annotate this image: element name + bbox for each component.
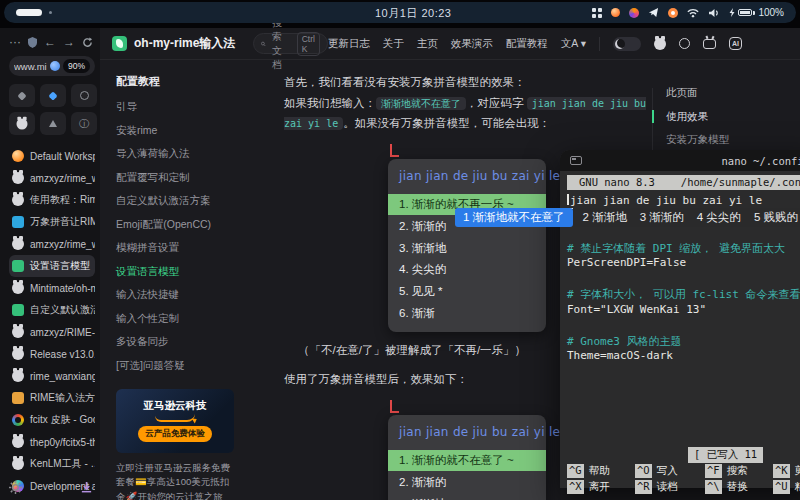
reload-icon[interactable] bbox=[82, 37, 93, 48]
site-logo-icon[interactable] bbox=[112, 36, 127, 51]
tab-item[interactable]: thep0y/fcitx5-th… bbox=[9, 431, 95, 453]
sidebar-item-emoji[interactable]: Emoji配置(OpenCC) bbox=[116, 218, 246, 232]
nav-about[interactable]: 关于 bbox=[383, 37, 404, 51]
sidebar-item-hotkeys[interactable]: 输入法快捷键 bbox=[116, 288, 246, 302]
tab-item[interactable]: fcitx 皮肤 - Goog… bbox=[9, 409, 95, 431]
sidebar-item-guide[interactable]: 引导 bbox=[116, 100, 246, 114]
ad-banner[interactable]: 亚马逊云科技 云产品免费体验 bbox=[116, 389, 234, 453]
forward-icon[interactable]: → bbox=[63, 35, 75, 49]
tab-item[interactable]: KenLM工具 - … bbox=[9, 453, 95, 475]
url-bar[interactable]: www.mi 90% bbox=[9, 56, 95, 76]
sidebar-item-sync[interactable]: 多设备同步 bbox=[116, 335, 246, 349]
firefox-tray-icon[interactable] bbox=[629, 8, 639, 18]
sidebar-item-custom[interactable]: 输入个性定制 bbox=[116, 312, 246, 326]
tab-item[interactable]: amzxyz/rime_wa… bbox=[9, 167, 95, 189]
ime-candidate-selected[interactable]: 1 渐渐地就不在意了 bbox=[455, 208, 573, 227]
settings-gear-icon[interactable] bbox=[9, 481, 22, 494]
search-box[interactable]: 搜索文档 Ctrl K bbox=[253, 33, 328, 54]
tab-item[interactable]: Release v13.0.3… bbox=[9, 343, 95, 365]
essential-slot-2[interactable] bbox=[40, 84, 66, 107]
theme-toggle[interactable] bbox=[613, 37, 641, 51]
github-icon bbox=[16, 118, 27, 129]
nav-changelog[interactable]: 更新日志 bbox=[328, 37, 370, 51]
tab-item[interactable]: Mintimate/oh-my… bbox=[9, 277, 95, 299]
sidebar-item-language-model[interactable]: 设置语言模型 bbox=[116, 265, 246, 279]
sidebar-item-fuzzy[interactable]: 模糊拼音设置 bbox=[116, 241, 246, 255]
ime-candidate[interactable]: 4 尖尖的 bbox=[697, 210, 741, 225]
ad-title: 亚马逊云科技 bbox=[144, 399, 207, 413]
preedit-pinyin: jian jian de jiu bu zai yi le bbox=[388, 166, 546, 194]
tab-item[interactable]: rime_wanxiang/… bbox=[9, 365, 95, 387]
telegram-icon[interactable] bbox=[648, 7, 659, 18]
toc-item-usage[interactable]: 使用效果 bbox=[666, 110, 800, 124]
terminal-body[interactable]: GNU nano 8.3 /home/sunmaple/.config/fc j… bbox=[560, 171, 800, 365]
nav-home[interactable]: 主页 bbox=[417, 37, 438, 51]
app-tray-icon-circle[interactable] bbox=[668, 8, 678, 18]
bilibili-icon[interactable] bbox=[703, 39, 716, 49]
tab-item[interactable]: 自定义默认激活… bbox=[9, 299, 95, 321]
shortcut-paste[interactable]: ^U粘贴 bbox=[773, 480, 800, 494]
back-icon[interactable]: ← bbox=[44, 35, 56, 49]
shortcut-search[interactable]: ^F搜索 bbox=[705, 464, 773, 478]
essential-slot-4[interactable] bbox=[9, 112, 35, 135]
site-title[interactable]: oh-my-rime输入法 bbox=[134, 35, 235, 52]
ad-card[interactable]: 亚马逊云科技 云产品免费体验 立即注册亚马逊云服务免费套餐💳享高达100美元抵扣… bbox=[116, 389, 234, 500]
charging-bolt-icon bbox=[729, 8, 735, 17]
ring-icon bbox=[80, 91, 89, 100]
essential-slot-5[interactable] bbox=[40, 112, 66, 135]
extension-icon[interactable] bbox=[50, 61, 60, 71]
shortcut-exit[interactable]: ^X离开 bbox=[567, 480, 635, 494]
zoom-level-badge[interactable]: 90% bbox=[63, 59, 90, 73]
gitee-icon[interactable] bbox=[679, 38, 690, 49]
screenshot-grid-icon[interactable] bbox=[592, 8, 602, 18]
tab-item-active[interactable]: 设置语言模型× bbox=[9, 255, 95, 277]
ai-assistant-icon[interactable]: AI bbox=[729, 37, 742, 50]
essential-slot-1[interactable] bbox=[9, 84, 35, 107]
tab-item[interactable]: 使用教程：Rime bbox=[9, 189, 95, 211]
triangle-icon bbox=[49, 120, 57, 127]
toc-item-install-model[interactable]: 安装万象模型 bbox=[666, 133, 800, 147]
tab-item[interactable]: amzxyz/RIME-LM… bbox=[9, 321, 95, 343]
menu-icon[interactable]: ··· bbox=[9, 35, 21, 49]
shortcut-help[interactable]: ^G帮助 bbox=[567, 464, 635, 478]
sidebar-item-faq[interactable]: [可选]问题答疑 bbox=[116, 359, 246, 373]
wifi-icon[interactable] bbox=[687, 8, 699, 18]
active-window-pill[interactable] bbox=[16, 9, 42, 16]
tab-item[interactable]: 万象拼音让RIME… bbox=[9, 211, 95, 233]
tab-item[interactable]: amzxyz/rime_wa… bbox=[9, 233, 95, 255]
app-tray-icon-orange[interactable] bbox=[611, 8, 620, 17]
nav-guide[interactable]: 配置教程 bbox=[506, 37, 548, 51]
workspace-dot[interactable] bbox=[49, 11, 52, 14]
github-icon[interactable] bbox=[654, 38, 666, 50]
shortcut-writeout[interactable]: ^O写入 bbox=[635, 464, 705, 478]
shortcut-replace[interactable]: ^\替换 bbox=[705, 480, 773, 494]
downloads-icon[interactable] bbox=[80, 481, 93, 494]
language-menu[interactable]: 文A ▾ bbox=[561, 37, 586, 51]
nav-demo[interactable]: 效果演示 bbox=[451, 37, 493, 51]
nano-shortcuts: ^G帮助 ^O写入 ^F搜索 ^K剪切 ^X离开 ^R读档 ^\替换 ^U粘贴 bbox=[567, 464, 800, 494]
ime-candidate[interactable]: 5 贱贱的 bbox=[754, 210, 798, 225]
battery-indicator[interactable]: 100% bbox=[729, 7, 784, 18]
candidate: 2. 渐渐的 bbox=[388, 471, 546, 493]
sidebar-item-default-scheme[interactable]: 自定义默认激活方案 bbox=[116, 194, 246, 208]
shortcut-readfile[interactable]: ^R读档 bbox=[635, 480, 705, 494]
workspace-header[interactable]: Default Worksp… bbox=[9, 145, 95, 167]
ime-candidate[interactable]: 2 渐渐地 bbox=[583, 210, 627, 225]
shield-icon[interactable] bbox=[28, 37, 37, 48]
clock[interactable]: 10月1日 20:23 bbox=[375, 6, 451, 21]
config-line: Font="LXGW WenKai 13" bbox=[567, 303, 800, 319]
tab-item[interactable]: RIME输入法方案… bbox=[9, 387, 95, 409]
volume-icon[interactable] bbox=[708, 8, 720, 18]
shortcut-cut[interactable]: ^K剪切 bbox=[773, 464, 800, 478]
essential-slot-3[interactable] bbox=[71, 84, 97, 107]
terminal-titlebar[interactable]: nano ~/.config bbox=[560, 150, 800, 171]
sidebar-item-override[interactable]: 配置覆写和定制 bbox=[116, 171, 246, 185]
essential-slot-6[interactable]: ⓘ bbox=[71, 112, 97, 135]
sidebar-item-install-rime[interactable]: 安装rime bbox=[116, 124, 246, 138]
ad-body[interactable]: 立即注册亚马逊云服务免费套餐💳享高达100美元抵扣金🚀开始您的云计算之旅🎆 bbox=[116, 461, 234, 500]
ime-candidate[interactable]: 3 渐渐的 bbox=[640, 210, 684, 225]
nano-version: GNU nano 8.3 bbox=[579, 176, 655, 190]
sidebar-item-import[interactable]: 导入薄荷输入法 bbox=[116, 147, 246, 161]
github-icon bbox=[12, 458, 24, 470]
github-icon bbox=[12, 326, 24, 338]
